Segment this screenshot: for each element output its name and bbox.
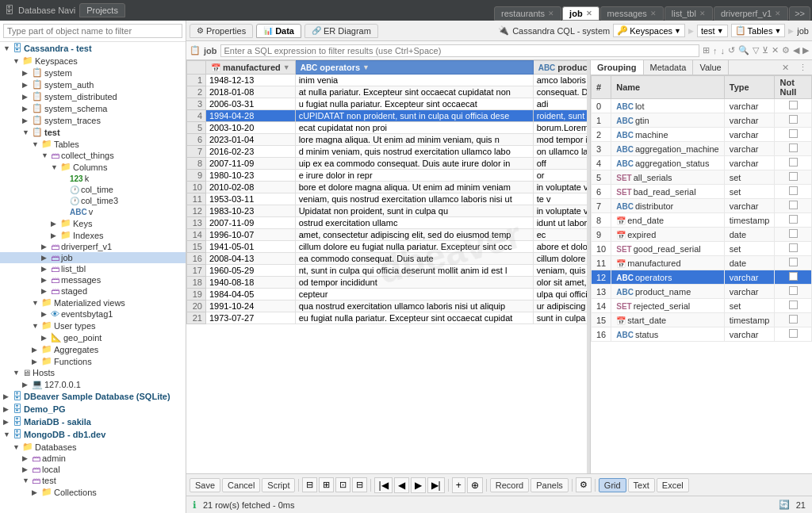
tab-job[interactable]: job ✕ bbox=[562, 6, 599, 21]
sidebar-item-tables[interactable]: ▼ 📁 Tables bbox=[0, 138, 186, 150]
sidebar-item-system-traces[interactable]: ▶ 📋 system_traces bbox=[0, 114, 186, 126]
list-item[interactable]: 7 ABCdistributor varchar bbox=[592, 199, 812, 213]
sidebar-item-col-time3[interactable]: 🕐 col_time3 bbox=[0, 195, 186, 206]
table-row[interactable]: 11 1953-03-11 veniam, quis nostrud exerc… bbox=[187, 193, 588, 205]
excel-button[interactable]: Excel bbox=[657, 478, 689, 492]
nav-back-btn[interactable]: ◀ bbox=[793, 45, 799, 56]
first-row-btn[interactable]: |◀ bbox=[374, 477, 392, 493]
table-row[interactable]: 17 1960-05-29 nt, sunt in culpa qui offi… bbox=[187, 265, 588, 277]
tab-driverperf[interactable]: driverperf_v1 ✕ bbox=[714, 6, 788, 21]
align-right-btn[interactable]: ⊞ bbox=[319, 477, 334, 492]
list-item[interactable]: 1 ABCgtin varchar bbox=[592, 113, 812, 128]
clone-row-btn[interactable]: ⊕ bbox=[467, 477, 483, 493]
table-row[interactable]: 10 2010-02-08 bore et dolore magna aliqu… bbox=[187, 182, 588, 193]
col-operators-header[interactable]: ABC operators ▼ bbox=[295, 61, 533, 75]
tables-dropdown-btn[interactable]: 📋 Tables ▼ bbox=[731, 24, 786, 37]
table-row[interactable]: 19 1984-04-05 cepteur ulpa qui officia bbox=[187, 289, 588, 301]
sidebar-item-keyspaces[interactable]: ▼ 📁 Keyspaces bbox=[0, 55, 186, 67]
sidebar-item-demo-pg[interactable]: ▶ 🗄 Demo_PG bbox=[0, 403, 186, 415]
tab-grouping[interactable]: Grouping bbox=[591, 60, 644, 75]
record-button[interactable]: Record bbox=[490, 478, 529, 492]
sidebar-item-system-distributed[interactable]: ▶ 📋 system_distributed bbox=[0, 90, 186, 102]
sidebar-item-keys[interactable]: ▶ 📁 Keys bbox=[0, 217, 186, 229]
table-row[interactable]: 20 1991-10-24 qua nostrud exercitation u… bbox=[187, 301, 588, 312]
col-operators-filter-icon[interactable]: ▼ bbox=[362, 63, 370, 71]
sidebar-item-driverperf[interactable]: ▶ 🗃 driverperf_v1 bbox=[0, 241, 186, 252]
table-row[interactable]: 13 2007-11-09 ostrud exercitation ullamc… bbox=[187, 217, 588, 229]
sidebar-item-local[interactable]: ▶ 🗃 local bbox=[0, 464, 186, 475]
sidebar-item-columns[interactable]: ▼ 📁 Columns bbox=[0, 161, 186, 173]
sidebar-item-aggregates[interactable]: ▶ 📁 Aggregates bbox=[0, 343, 186, 355]
expand-btn[interactable]: ⊟ bbox=[352, 477, 367, 492]
sidebar-item-eventsbytag1[interactable]: ▶ 👁 eventsbytag1 bbox=[0, 308, 186, 320]
filter-btn[interactable]: ▽ bbox=[753, 45, 759, 56]
sidebar-item-messages[interactable]: ▶ 🗃 messages bbox=[0, 274, 186, 285]
col-product-name-header[interactable]: ABC product_na... bbox=[533, 61, 587, 75]
list-item[interactable]: 0 ABClot varchar bbox=[592, 99, 812, 113]
list-tbl-tab-close[interactable]: ✕ bbox=[699, 10, 706, 17]
messages-tab-close[interactable]: ✕ bbox=[650, 10, 657, 17]
script-button[interactable]: Script bbox=[262, 478, 295, 492]
save-button[interactable]: Save bbox=[190, 478, 220, 492]
panels-button[interactable]: Panels bbox=[530, 478, 569, 492]
list-item[interactable]: 4 ABCaggregation_status varchar bbox=[592, 156, 812, 170]
list-item[interactable]: 10 SETgood_read_serial set bbox=[592, 242, 812, 256]
sidebar-item-job[interactable]: ▶ 🗃 job bbox=[0, 252, 186, 263]
list-item[interactable]: 16 ABCstatus varchar bbox=[592, 327, 812, 342]
data-grid-container[interactable]: 📅 manufactured ▼ ABC operators bbox=[186, 60, 587, 473]
sidebar-item-staged[interactable]: ▶ 🗃 staged bbox=[0, 285, 186, 297]
filter-icon[interactable]: 🔍 bbox=[738, 45, 749, 56]
panel-close-btn[interactable]: ✕ bbox=[777, 61, 794, 75]
sort-asc-icon[interactable]: ↑ bbox=[713, 46, 718, 56]
projects-btn[interactable]: Projects bbox=[79, 3, 125, 17]
sidebar-item-col-time[interactable]: 🕐 col_time bbox=[0, 184, 186, 195]
table-row[interactable]: 18 1940-08-18 od tempor incididunt olor … bbox=[187, 277, 588, 289]
sort-desc-icon[interactable]: ↓ bbox=[721, 46, 726, 56]
list-item[interactable]: 15 📅start_date timestamp bbox=[592, 313, 812, 327]
cancel-button[interactable]: Cancel bbox=[222, 478, 260, 492]
sidebar-item-test[interactable]: ▼ 📋 test bbox=[0, 126, 186, 138]
table-row[interactable]: 7 2016-02-23 d minim veniam, quis nostru… bbox=[187, 146, 588, 158]
table-row[interactable]: 5 2003-10-20 ecat cupidatat non proi bor… bbox=[187, 122, 588, 134]
tab-properties[interactable]: ⚙ Properties bbox=[190, 24, 253, 38]
query-filter-input[interactable] bbox=[220, 44, 700, 57]
sidebar-filter-input[interactable] bbox=[3, 24, 182, 38]
sidebar-item-mongodb-databases[interactable]: ▼ 📁 Databases bbox=[0, 441, 186, 453]
text-button[interactable]: Text bbox=[628, 478, 655, 492]
tab-value[interactable]: Value bbox=[693, 60, 728, 75]
col-manufactured-header[interactable]: 📅 manufactured ▼ bbox=[206, 61, 296, 75]
sidebar-item-test-mongo[interactable]: ▼ 🗃 test bbox=[0, 475, 186, 486]
job-tab-close[interactable]: ✕ bbox=[586, 10, 592, 17]
sidebar-item-dbeaver-sample[interactable]: ▶ 🗄 DBeaver Sample Database (SQLite) bbox=[0, 390, 186, 403]
sidebar-item-functions[interactable]: ▶ 📁 Functions bbox=[0, 355, 186, 367]
table-row[interactable]: 12 1983-10-23 Upidatat non proident, sun… bbox=[187, 205, 588, 217]
list-item[interactable]: 3 ABCaggregation_machine varchar bbox=[592, 142, 812, 156]
list-item[interactable]: 6 SETbad_read_serial set bbox=[592, 185, 812, 199]
sidebar-item-col-v[interactable]: ABC v bbox=[0, 206, 186, 217]
more-options-btn[interactable]: ⚙ bbox=[782, 45, 790, 56]
sidebar-item-system[interactable]: ▶ 📋 system bbox=[0, 67, 186, 78]
align-center-btn[interactable]: ⊡ bbox=[335, 477, 350, 492]
sidebar-item-indexes[interactable]: ▶ 📁 Indexes bbox=[0, 229, 186, 241]
table-row[interactable]: 9 1980-10-23 e irure dolor in repr or bbox=[187, 170, 588, 182]
add-row-btn[interactable]: + bbox=[452, 477, 465, 493]
tab-data[interactable]: 📊 Data bbox=[256, 24, 301, 38]
sidebar-item-host1[interactable]: ▶ 💻 127.0.0.1 bbox=[0, 378, 186, 390]
sidebar-item-hosts[interactable]: ▼ 🖥 Hosts bbox=[0, 367, 186, 378]
settings-btn[interactable]: ⚙ bbox=[576, 477, 592, 492]
list-item[interactable]: 13 ABCproduct_name varchar bbox=[592, 285, 812, 299]
sidebar-item-usertypes[interactable]: ▼ 📁 User types bbox=[0, 320, 186, 331]
list-item[interactable]: 8 📅end_date timestamp bbox=[592, 213, 812, 228]
nav-forward-btn[interactable]: ▶ bbox=[802, 45, 809, 56]
keyspaces-dropdown-btn[interactable]: 🔑 Keyspaces ▼ bbox=[613, 24, 685, 37]
clear-filter-btn[interactable]: ✕ bbox=[772, 45, 779, 56]
col-manufactured-filter-icon[interactable]: ▼ bbox=[283, 63, 290, 71]
table-row[interactable]: 4 1994-04-28 cUPIDATAT non proident, sun… bbox=[187, 110, 588, 122]
table-row[interactable]: 3 2006-03-31 u fugiat nulla pariatur. Ex… bbox=[187, 98, 588, 110]
filter2-btn[interactable]: ⊻ bbox=[762, 45, 768, 56]
driverperf-tab-close[interactable]: ✕ bbox=[775, 10, 781, 17]
list-item[interactable]: 9 📅expired date bbox=[592, 228, 812, 242]
table-row[interactable]: 8 2007-11-09 uip ex ea commodo consequat… bbox=[187, 158, 588, 170]
sidebar-item-admin[interactable]: ▶ 🗃 admin bbox=[0, 453, 186, 464]
table-row[interactable]: 2 2018-01-08 at nulla pariatur. Excepteu… bbox=[187, 86, 588, 98]
